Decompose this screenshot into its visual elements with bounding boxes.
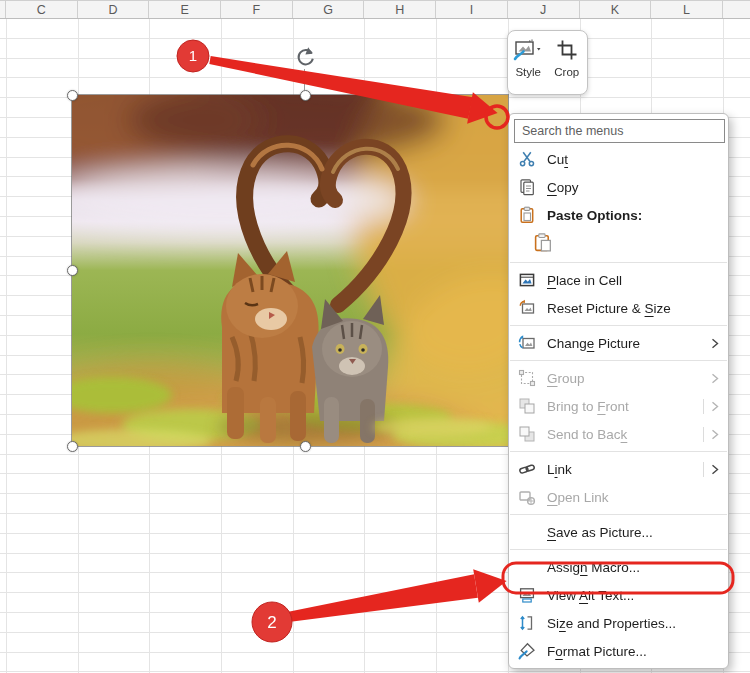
menu-separator — [510, 451, 727, 452]
column-header-C[interactable]: C — [6, 1, 78, 18]
column-header-J[interactable]: J — [508, 1, 580, 18]
format-picture-icon — [517, 641, 537, 661]
column-header-fill — [723, 1, 750, 18]
menu-item-label: Paste Options: — [547, 208, 719, 223]
open-link-icon — [517, 487, 537, 507]
menu-item-view-alt-text[interactable]: View Alt Text... — [509, 581, 728, 609]
menu-item-format-picture[interactable]: Format Picture... — [509, 637, 728, 665]
menu-item-save-as-picture[interactable]: Save as Picture... — [509, 518, 728, 546]
context-menu: CutCopyPaste Options:Place in CellReset … — [508, 113, 729, 669]
menu-item-label: View Alt Text... — [547, 588, 719, 603]
submenu-chevron-icon — [711, 338, 719, 349]
menu-separator — [510, 325, 727, 326]
menu-item-label: Open Link — [547, 490, 719, 505]
scissors-icon — [517, 149, 537, 169]
menu-separator — [510, 360, 727, 361]
column-header-D[interactable]: D — [78, 1, 150, 18]
menu-item-label: Copy — [547, 180, 719, 195]
column-header-G[interactable]: G — [293, 1, 365, 18]
cats-heart-photo — [72, 95, 508, 446]
search-input[interactable] — [514, 119, 725, 143]
crop-button[interactable]: Crop — [549, 37, 586, 92]
clipboard-icon — [517, 205, 537, 225]
menu-item-reset-picture-size[interactable]: Reset Picture & Size — [509, 294, 728, 322]
crop-icon — [555, 37, 579, 63]
submenu-chevron-icon — [703, 427, 719, 442]
place-in-cell-icon — [517, 270, 537, 290]
menu-item-paste-option[interactable] — [509, 229, 728, 259]
bring-to-front-icon — [517, 396, 537, 416]
menu-item-open-link: Open Link — [509, 483, 728, 511]
submenu-chevron-icon — [711, 373, 719, 384]
column-header-L[interactable]: L — [651, 1, 723, 18]
menu-item-label: Place in Cell — [547, 273, 719, 288]
column-header-H[interactable]: H — [364, 1, 436, 18]
menu-item-label: Size and Properties... — [547, 616, 719, 631]
selected-picture[interactable] — [72, 95, 508, 446]
menu-item-size-and-properties[interactable]: Size and Properties... — [509, 609, 728, 637]
menu-separator — [510, 514, 727, 515]
menu-item-label: Save as Picture... — [547, 525, 719, 540]
menu-item-label: Send to Back — [547, 427, 703, 442]
paste-icon — [533, 232, 554, 257]
picture-style-icon — [513, 37, 543, 63]
copy-icon — [517, 177, 537, 197]
link-icon — [517, 459, 537, 479]
crop-button-label: Crop — [554, 66, 579, 78]
menu-item-place-in-cell[interactable]: Place in Cell — [509, 266, 728, 294]
menu-item-change-picture[interactable]: Change Picture — [509, 329, 728, 357]
resize-handle-bottom-middle[interactable] — [300, 441, 311, 452]
menu-item-label: Cut — [547, 152, 719, 167]
menu-item-label: Change Picture — [547, 336, 711, 351]
column-header-K[interactable]: K — [580, 1, 652, 18]
menu-item-group: Group — [509, 364, 728, 392]
menu-item-label: Bring to Front — [547, 399, 703, 414]
menu-item-label: Format Picture... — [547, 644, 719, 659]
mini-toolbar: Style Crop — [507, 30, 588, 95]
resize-handle-top-left[interactable] — [67, 90, 78, 101]
no-icon — [517, 522, 537, 542]
column-header-F[interactable]: F — [221, 1, 293, 18]
rotate-handle[interactable] — [293, 45, 317, 69]
size-properties-icon — [517, 613, 537, 633]
menu-item-link[interactable]: Link — [509, 455, 728, 483]
menu-item-label: Group — [547, 371, 711, 386]
menu-item-paste-options[interactable]: Paste Options: — [509, 201, 728, 229]
column-header-row: CDEFGHIJKL — [0, 0, 750, 19]
menu-item-label: Link — [547, 462, 703, 477]
send-to-back-icon — [517, 424, 537, 444]
resize-handle-middle-left[interactable] — [67, 265, 78, 276]
rotate-handle-stem — [304, 69, 305, 90]
change-picture-icon — [517, 333, 537, 353]
resize-handle-top-middle[interactable] — [300, 90, 311, 101]
group-icon — [517, 368, 537, 388]
column-header-I[interactable]: I — [436, 1, 508, 18]
menu-item-assign-macro[interactable]: Assign Macro... — [509, 553, 728, 581]
menu-item-label: Assign Macro... — [547, 560, 719, 575]
alt-text-icon — [517, 585, 537, 605]
submenu-chevron-icon — [703, 462, 719, 477]
no-icon — [517, 557, 537, 577]
resize-handle-bottom-left[interactable] — [67, 441, 78, 452]
excel-window: CDEFGHIJKL — [0, 0, 750, 673]
menu-item-label: Reset Picture & Size — [547, 301, 719, 316]
column-header-E[interactable]: E — [149, 1, 221, 18]
menu-item-send-to-back: Send to Back — [509, 420, 728, 448]
submenu-chevron-icon — [703, 399, 719, 414]
menu-item-copy[interactable]: Copy — [509, 173, 728, 201]
style-button[interactable]: Style — [510, 37, 547, 92]
reset-picture-icon — [517, 298, 537, 318]
menu-separator — [510, 262, 727, 263]
menu-item-cut[interactable]: Cut — [509, 145, 728, 173]
rotate-icon — [293, 45, 317, 69]
menu-item-bring-to-front: Bring to Front — [509, 392, 728, 420]
menu-separator — [510, 549, 727, 550]
style-button-label: Style — [515, 66, 541, 78]
